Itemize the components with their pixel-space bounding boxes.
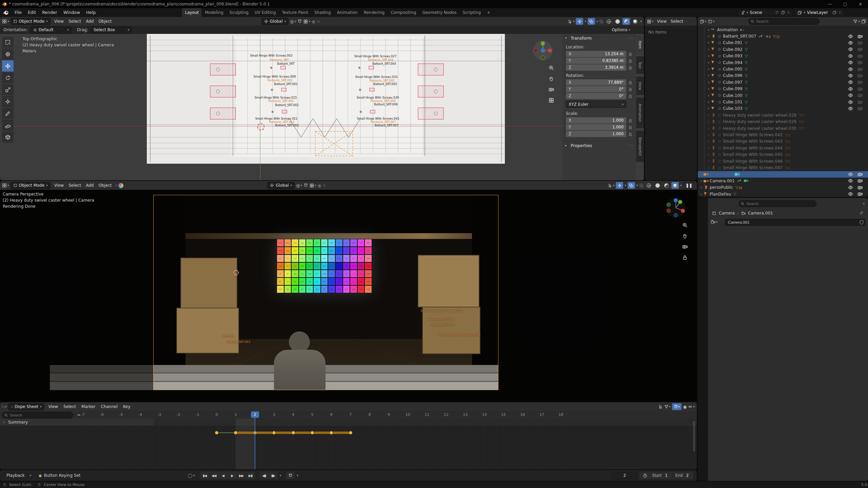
outliner-row[interactable]: › ∅ Camera.001 (698, 178, 868, 184)
viewport-menu-item[interactable]: Select (66, 181, 83, 190)
lock-icon[interactable] (628, 125, 632, 129)
close-button[interactable]: ✕ (853, 0, 868, 8)
shading-material-button[interactable] (623, 18, 630, 25)
outliner-row[interactable]: › ∅ Cube.092 (698, 46, 868, 53)
proportional-edit-icon[interactable]: ◉ (683, 404, 687, 409)
transform-panel-collapse[interactable]: ▾ (565, 36, 569, 40)
tool-rotate[interactable] (2, 72, 14, 83)
drag-selector[interactable]: Select Box▾ (91, 26, 132, 34)
transform-value-field[interactable]: Y0.83385 m (566, 58, 626, 64)
selectability-dropdown[interactable]: ▾ (608, 183, 615, 188)
transform-value-field[interactable]: Z3.3914 m (566, 64, 626, 71)
render-visibility-toggle[interactable] (857, 47, 863, 52)
hide-eye-toggle[interactable] (848, 40, 853, 45)
end-frame-field[interactable]: 2 (686, 473, 692, 478)
overlays-toggle[interactable] (588, 18, 595, 25)
render-visibility-toggle[interactable] (857, 86, 863, 92)
transform-orientation-selector[interactable]: Global▾ (261, 18, 289, 25)
shading-rendered-button[interactable] (631, 18, 639, 25)
outliner-row[interactable]: › ∅ persoPublic 56 (698, 184, 868, 191)
start-frame-field[interactable]: 1 (664, 473, 672, 478)
tool-select-box[interactable] (2, 37, 14, 48)
dopesheet-menu-item[interactable]: Marker (79, 402, 98, 411)
overlays-toggle[interactable] (628, 182, 635, 189)
outliner-row[interactable]: › ∅ Cube.099 (698, 86, 868, 92)
transport-button[interactable]: ▶ (228, 472, 237, 479)
hide-eye-toggle[interactable] (848, 54, 853, 59)
shading-solid-button[interactable] (614, 18, 621, 25)
zoom-icon[interactable] (682, 222, 688, 228)
snap-toggle[interactable] (303, 183, 308, 188)
frame-step-button[interactable]: ▮▶ (269, 472, 278, 479)
render-visibility-toggle[interactable] (857, 40, 863, 45)
rotation-mode-selector[interactable]: XYZ Euler▾ (566, 101, 626, 108)
render-visibility-toggle[interactable] (857, 172, 863, 177)
expand-arrow[interactable]: › (2, 420, 6, 425)
hide-eye-toggle[interactable] (848, 67, 853, 72)
topbar-menu-item[interactable]: Help (83, 8, 99, 17)
zoom-icon[interactable] (549, 65, 554, 70)
lock-icon[interactable] (628, 66, 632, 70)
hide-eye-toggle[interactable] (848, 73, 853, 78)
transform-value-field[interactable]: X13.254 m (566, 51, 626, 57)
transform-value-field[interactable]: Z1.000 (566, 131, 626, 137)
maximize-button[interactable]: ▢ (837, 0, 853, 8)
transform-value-field[interactable]: Z0° (566, 93, 626, 99)
editor-type-icon[interactable]: ▾ (700, 19, 707, 24)
render-visibility-toggle[interactable] (857, 80, 863, 85)
shading-dropdown[interactable]: ▾ (640, 20, 642, 23)
pan-hand-icon[interactable] (549, 76, 554, 81)
snap-magnet-button[interactable] (286, 472, 295, 479)
tool-add-cube[interactable] (2, 131, 14, 143)
transport-button[interactable]: ◀◀ (210, 472, 218, 479)
keyframe-area[interactable] (0, 419, 697, 469)
render-visibility-toggle[interactable] (857, 93, 863, 98)
minimize-button[interactable]: — (822, 0, 837, 8)
hide-eye-toggle[interactable] (848, 178, 853, 183)
shield-icon[interactable] (859, 220, 864, 225)
blender-menu-icon[interactable] (0, 10, 12, 16)
sidebar-tab[interactable]: Tool (636, 56, 644, 74)
editor-menu-item[interactable]: Select (669, 17, 685, 26)
workspace-tab[interactable]: Scripting (460, 8, 484, 17)
editor-type-icon[interactable]: ∷▾ (2, 405, 7, 409)
lock-icon[interactable] (628, 132, 632, 136)
outliner-row[interactable]: › ∅ Small Hinge With Screws.043 4 (698, 138, 868, 145)
outliner-row[interactable]: › ∅ Small Hinge With Screws.047 4 (698, 164, 868, 171)
render-visibility-toggle[interactable] (857, 185, 863, 190)
transform-value-field[interactable]: Y1.000 (566, 124, 626, 130)
camera-frame[interactable] (153, 195, 498, 390)
editor-menu-item[interactable]: View (655, 17, 669, 26)
render-visibility-toggle[interactable] (857, 54, 863, 59)
outliner[interactable]: ▾ ▾ ▾ › ∅ Animation ◆◇ (698, 17, 868, 197)
topbar-menu-item[interactable]: Window (60, 8, 83, 17)
mode-selector[interactable]: Object Mode▾ (11, 18, 51, 25)
mode-selector[interactable]: Object Mode▾ (11, 182, 51, 189)
tool-scale[interactable] (2, 84, 14, 95)
lock-icon[interactable] (628, 52, 632, 56)
viewport-menu-item[interactable]: View (52, 181, 66, 190)
tool-annotate[interactable] (2, 108, 14, 119)
lock-view-icon[interactable] (682, 255, 688, 260)
dopesheet-menu-item[interactable]: Key (120, 402, 133, 411)
workspace-tab[interactable]: Shading (311, 8, 334, 17)
lock-icon[interactable] (628, 119, 632, 123)
render-visibility-toggle[interactable] (857, 100, 863, 105)
current-frame-field[interactable]: 2 (612, 472, 637, 479)
sidebar-tab[interactable]: View (636, 77, 644, 95)
selectability-dropdown[interactable]: ▾ (568, 19, 575, 24)
topbar-menu-item[interactable]: Edit (25, 8, 39, 17)
render-visibility-toggle[interactable] (857, 178, 863, 183)
editor-type-icon[interactable]: ▾ (2, 183, 9, 188)
render-visibility-toggle[interactable] (857, 73, 863, 78)
transform-value-field[interactable]: Y0° (566, 86, 626, 93)
pivot-point-selector[interactable]: ◎▾ (290, 19, 296, 24)
lock-icon[interactable] (628, 87, 632, 92)
tool-measure[interactable] (2, 120, 14, 131)
orientation-selector[interactable]: Default▾ (31, 26, 72, 34)
outliner-row[interactable]: › ∅ Cube.103 (698, 105, 868, 112)
outliner-row[interactable]: › ∅ Heavy duty swivel caster wheel.030 7 (698, 125, 868, 131)
datablock-name-field[interactable] (725, 219, 865, 226)
shading-material-button[interactable] (663, 182, 670, 189)
workspace-tab[interactable]: Animation (334, 8, 361, 17)
